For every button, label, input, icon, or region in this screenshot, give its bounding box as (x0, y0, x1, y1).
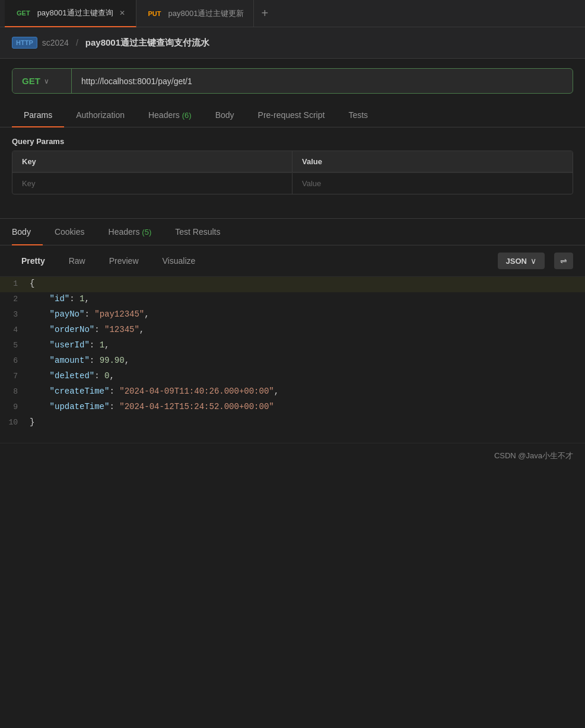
tab-get-title: pay8001通过主键查询 (37, 8, 113, 18)
response-headers-badge: (5) (142, 228, 151, 237)
line-num-5: 5 (0, 341, 30, 350)
json-content-7: "deleted": 0, (30, 371, 115, 381)
response-tab-cookies[interactable]: Cookies (43, 219, 97, 245)
json-line-2: 2 "id": 1, (0, 292, 585, 308)
json-line-5: 5 "userId": 1, (0, 339, 585, 354)
query-params-title: Query Params (0, 127, 585, 151)
json-line-6: 6 "amount": 99.90, (0, 354, 585, 369)
table-cell-value[interactable]: Value (292, 173, 573, 194)
tab-bar: GET pay8001通过主键查询 ✕ PUT pay8001通过主键更新 + (0, 0, 585, 27)
url-bar: GET ∨ (12, 68, 573, 94)
wrap-toggle-button[interactable]: ⇌ (554, 253, 573, 269)
response-tabs-nav: Body Cookies Headers (5) Test Results (0, 219, 585, 245)
method-select-text: GET (22, 76, 40, 86)
json-content-9: "updateTime": "2024-04-12T15:24:52.000+0… (30, 402, 274, 411)
json-line-1: 1 { (0, 277, 585, 292)
format-chevron-icon: ∨ (530, 256, 536, 266)
table-header-value: Value (292, 151, 573, 172)
json-content-1: { (30, 279, 34, 288)
line-num-10: 10 (0, 418, 30, 427)
tab-body[interactable]: Body (204, 103, 246, 127)
tab-tests[interactable]: Tests (336, 103, 380, 127)
line-num-3: 3 (0, 310, 30, 319)
line-num-9: 9 (0, 403, 30, 411)
json-content-3: "payNo": "pay12345", (30, 309, 150, 319)
format-visualize[interactable]: Visualize (153, 251, 205, 270)
tab-authorization[interactable]: Authorization (64, 103, 136, 127)
json-line-9: 9 "updateTime": "2024-04-12T15:24:52.000… (0, 400, 585, 416)
tab-close-button[interactable]: ✕ (118, 8, 126, 18)
json-content-2: "id": 1, (30, 294, 90, 304)
breadcrumb-workspace: sc2024 (42, 38, 69, 47)
table-cell-key[interactable]: Key (12, 173, 292, 194)
breadcrumb-separator: / (76, 38, 78, 47)
line-num-8: 8 (0, 387, 30, 396)
response-tab-test-results[interactable]: Test Results (163, 219, 232, 245)
json-line-10: 10 } (0, 416, 585, 431)
json-content-4: "orderNo": "12345", (30, 325, 144, 334)
table-header-key: Key (12, 151, 292, 172)
tab-get[interactable]: GET pay8001通过主键查询 ✕ (5, 0, 136, 27)
json-line-4: 4 "orderNo": "12345", (0, 323, 585, 339)
header-area: HTTP sc2024 / pay8001通过主键查询支付流水 (0, 27, 585, 59)
request-tabs-nav: Params Authorization Headers (6) Body Pr… (0, 103, 585, 127)
json-line-7: 7 "deleted": 0, (0, 369, 585, 385)
add-tab-button[interactable]: + (254, 0, 275, 27)
response-tab-body[interactable]: Body (12, 219, 43, 245)
tab-pre-request-script[interactable]: Pre-request Script (246, 103, 337, 127)
format-preview[interactable]: Preview (100, 251, 148, 270)
table-header: Key Value (12, 151, 573, 173)
json-line-8: 8 "createTime": "2024-04-09T11:40:26.000… (0, 385, 585, 400)
format-type-label: JSON (506, 257, 527, 266)
method-badge-get: GET (14, 8, 33, 18)
json-content-6: "amount": 99.90, (30, 356, 129, 365)
tab-put-title: pay8001通过主键更新 (168, 8, 244, 19)
headers-badge: (6) (182, 111, 192, 120)
wrap-icon: ⇌ (560, 256, 567, 266)
json-content-5: "userId": 1, (30, 340, 109, 350)
tab-put[interactable]: PUT pay8001通过主键更新 (136, 0, 255, 27)
tab-headers[interactable]: Headers (6) (136, 103, 204, 127)
response-tab-headers[interactable]: Headers (5) (97, 219, 164, 245)
line-num-4: 4 (0, 325, 30, 334)
line-num-2: 2 (0, 295, 30, 304)
line-num-6: 6 (0, 356, 30, 365)
method-badge-put: PUT (146, 9, 164, 18)
json-line-3: 3 "payNo": "pay12345", (0, 308, 585, 323)
response-area: Body Cookies Headers (5) Test Results Pr… (0, 219, 585, 468)
json-content-8: "createTime": "2024-04-09T11:40:26.000+0… (30, 387, 279, 396)
http-badge: HTTP (12, 37, 37, 49)
table-row: Key Value (12, 173, 573, 194)
format-pretty[interactable]: Pretty (12, 251, 55, 270)
params-table: Key Value Key Value (12, 151, 573, 194)
format-raw[interactable]: Raw (59, 251, 95, 270)
chevron-down-icon: ∨ (44, 77, 49, 85)
format-type-select[interactable]: JSON ∨ (498, 253, 545, 269)
line-num-7: 7 (0, 372, 30, 381)
json-viewer: 1 { 2 "id": 1, 3 "payNo": "pay12345", 4 … (0, 277, 585, 443)
url-input[interactable] (72, 69, 573, 93)
tab-params[interactable]: Params (12, 103, 64, 127)
footer: CSDN @Java小生不才 (0, 443, 585, 468)
format-bar: Pretty Raw Preview Visualize JSON ∨ ⇌ (0, 245, 585, 277)
breadcrumb-title: pay8001通过主键查询支付流水 (85, 37, 209, 49)
method-select[interactable]: GET ∨ (12, 69, 72, 93)
line-num-1: 1 (0, 279, 30, 288)
footer-text: CSDN @Java小生不才 (494, 451, 573, 460)
json-content-10: } (30, 417, 34, 427)
